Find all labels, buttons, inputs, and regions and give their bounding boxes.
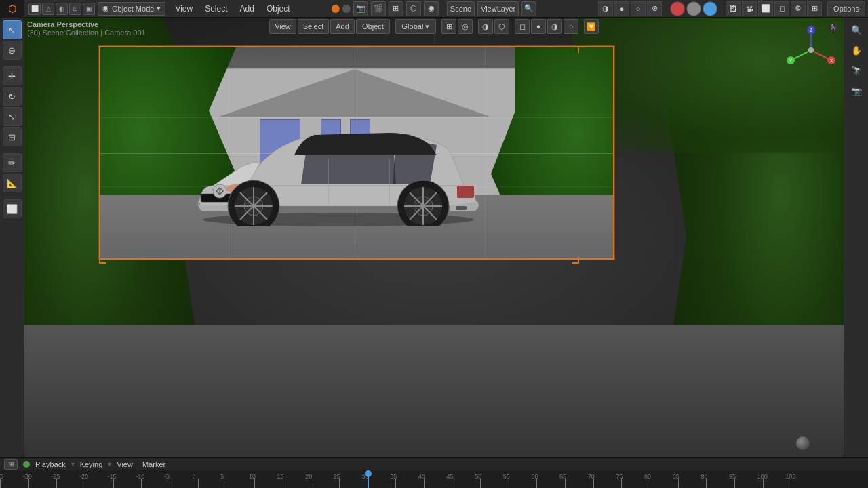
transform-select[interactable]: Global ▾: [395, 19, 436, 34]
camera-viewport: [100, 47, 613, 258]
color-dot-blue: [703, 1, 717, 16]
grid-line-2: [485, 47, 486, 258]
expand-icon[interactable]: ⊞: [807, 1, 822, 16]
gizmo-n-label[interactable]: N: [829, 23, 838, 32]
viewport-info: Camera Perspective (30) Scene Collection…: [27, 20, 146, 37]
shading-wire[interactable]: ◻: [515, 19, 530, 34]
zoom-right[interactable]: 🔭: [847, 61, 866, 80]
car-model: [193, 91, 484, 226]
ws-texture[interactable]: ▣: [83, 3, 95, 15]
svg-point-33: [808, 47, 814, 53]
left-toolbar: ↖ ⊕ ✛ ↻ ⤡ ⊞ ✏ 📐 ⬜: [0, 18, 24, 457]
scale-tool[interactable]: ⤡: [3, 107, 22, 126]
options-button[interactable]: Options: [827, 1, 865, 16]
annotate-tool[interactable]: ✏: [3, 153, 22, 172]
ws-sculpt[interactable]: ◐: [56, 3, 68, 15]
top-bar: ⬡ ⬜ △ ◐ ⊞ ▣ ◉ Object Mode ▾ View Select …: [0, 0, 868, 18]
scene-selector[interactable]: Scene: [447, 1, 475, 16]
svg-text:Z: Z: [810, 28, 813, 33]
timeline-panel: ⊞ Playback ▾ Keying ▾ View Marker ⏮ ⏮ ◀ …: [0, 457, 868, 488]
rotate-tool[interactable]: ↻: [3, 87, 22, 106]
object-mode-selector[interactable]: ◉ Object Mode ▾: [98, 2, 165, 16]
svg-rect-22: [456, 206, 467, 210]
svg-text:Y: Y: [789, 58, 793, 63]
workspace-icons: ⬜ △ ◐ ⊞ ▣: [28, 3, 95, 15]
move-tool[interactable]: ✛: [3, 66, 22, 85]
mode-icon: ◉: [102, 4, 109, 13]
measure-tool[interactable]: 📐: [3, 174, 22, 192]
render-btn5[interactable]: ◉: [424, 1, 439, 16]
timeline-menu-playback[interactable]: Playback: [31, 460, 70, 469]
viewport-title: Camera Perspective: [27, 20, 146, 28]
vp-select-menu[interactable]: Select: [298, 19, 329, 34]
3d-viewport[interactable]: Camera Perspective (30) Scene Collection…: [24, 18, 844, 457]
render-btn1[interactable]: 📷: [353, 1, 368, 16]
timeline-menu-marker[interactable]: Marker: [138, 460, 170, 469]
menu-add[interactable]: Add: [235, 3, 260, 15]
filter-btn[interactable]: 🔽: [584, 19, 599, 34]
viewport-pie[interactable]: ⊛: [647, 1, 662, 16]
add-cube[interactable]: ⬜: [3, 199, 22, 218]
svg-text:X: X: [830, 58, 833, 63]
mode-label: Object Mode: [112, 5, 154, 13]
transform-tool[interactable]: ⊞: [3, 127, 22, 146]
center-toolbar: 📷 🎬 ⊞ ⬡ ◉ Scene ViewLayer 🔍: [332, 1, 536, 16]
menu-object[interactable]: Object: [261, 3, 296, 15]
menu-view[interactable]: View: [170, 3, 198, 15]
cursor-tool[interactable]: ⊕: [3, 41, 22, 60]
render-btn3[interactable]: ⊞: [389, 1, 403, 16]
menu-select[interactable]: Select: [199, 3, 233, 15]
snap-toggle[interactable]: ⊞: [441, 19, 456, 34]
search-right[interactable]: 🔍: [847, 20, 866, 39]
timeline-menu-view[interactable]: View: [113, 460, 137, 469]
ws-modeling[interactable]: △: [42, 3, 54, 15]
ws-layout[interactable]: ⬜: [28, 3, 41, 15]
viewport-collection: (30) Scene Collection | Camera.001: [27, 28, 146, 37]
playhead-handle[interactable]: [365, 470, 372, 477]
svg-rect-21: [457, 186, 474, 198]
camera-right[interactable]: 📷: [847, 81, 866, 100]
render-dot-orange[interactable]: [332, 5, 340, 13]
filter-icon[interactable]: ⚙: [791, 1, 806, 16]
app-logo: ⬡: [0, 0, 24, 18]
playback-status-dot: [23, 461, 30, 468]
viewport-gizmo[interactable]: Z X Y N: [784, 23, 838, 77]
vp-view-menu[interactable]: View: [269, 19, 296, 34]
mode-chevron: ▾: [157, 4, 161, 13]
render-btn4[interactable]: ⬡: [406, 1, 421, 16]
cam-corner-tl: [99, 46, 106, 53]
vp-object-menu[interactable]: Object: [356, 19, 390, 34]
proportional-edit[interactable]: ◎: [458, 19, 473, 34]
cam-corner-tr: [572, 46, 579, 53]
render-btn2[interactable]: 🎬: [371, 1, 386, 16]
shading-mat[interactable]: ◑: [547, 19, 562, 34]
playhead[interactable]: [368, 470, 369, 488]
overlay-toggle[interactable]: ◑: [478, 19, 493, 34]
xray-toggle[interactable]: ⬡: [494, 19, 509, 34]
select-tool[interactable]: ↖: [3, 20, 22, 39]
render-props[interactable]: 📽: [742, 1, 757, 16]
viewport-shading-solid[interactable]: ◑: [598, 1, 613, 16]
shading-solid[interactable]: ●: [531, 19, 546, 34]
top-menu: View Select Add Object: [170, 3, 295, 15]
timeline-menu-keying[interactable]: Keying: [76, 460, 107, 469]
timeline-menu-icon[interactable]: ⊞: [4, 459, 18, 470]
color-dot-gray1: [686, 1, 701, 16]
timeline-menu-bar: ⊞ Playback ▾ Keying ▾ View Marker ⏮ ⏮ ◀ …: [0, 458, 868, 471]
search-btn[interactable]: 🔍: [521, 1, 536, 16]
cam-corner-br: [572, 257, 579, 264]
scene-props[interactable]: 🖼: [726, 1, 741, 16]
viewport-shading-mat[interactable]: ●: [614, 1, 629, 16]
color-dot-red: [670, 1, 685, 16]
viewport-shading-render[interactable]: ○: [631, 1, 646, 16]
vp-add-menu[interactable]: Add: [330, 19, 355, 34]
viewlayer-selector[interactable]: ViewLayer: [477, 1, 519, 16]
ws-uv[interactable]: ⊞: [69, 3, 81, 15]
timeline-ruler[interactable]: -35-30-25-20-15-10-505101520253035404550…: [0, 470, 868, 488]
shading-render[interactable]: ○: [564, 19, 578, 34]
output-props[interactable]: ⬜: [758, 1, 773, 16]
view-props[interactable]: ◻: [774, 1, 789, 16]
hand-right[interactable]: ✋: [847, 41, 866, 60]
viewport-sphere-indicator: [796, 436, 810, 450]
render-dot-gray[interactable]: [342, 5, 351, 13]
